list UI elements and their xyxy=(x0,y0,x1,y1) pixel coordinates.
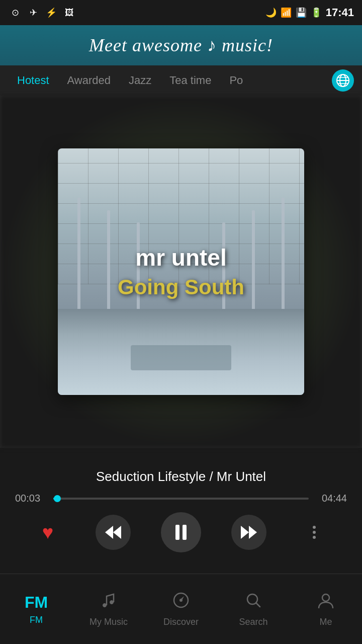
rewind-button[interactable] xyxy=(96,515,131,550)
svg-marker-5 xyxy=(105,526,113,539)
clock: 17:41 xyxy=(326,6,354,19)
app-header: Meet awesome ♪ music! xyxy=(0,25,362,65)
nav-item-mymusic[interactable]: My Music xyxy=(72,574,145,644)
pause-icon xyxy=(175,525,187,540)
fm-logo-icon: FM xyxy=(25,593,48,612)
svg-marker-7 xyxy=(241,526,249,539)
nav-label-mymusic: My Music xyxy=(89,617,128,627)
player-section: Seduction Lifestyle / Mr Untel 00:03 04:… xyxy=(0,448,362,574)
pause-bar-right xyxy=(183,525,187,540)
music-note-nav-icon xyxy=(100,591,118,614)
album-title: Going South xyxy=(118,275,244,299)
category-tabs: Hotest Awarded Jazz Tea time Po xyxy=(0,65,362,96)
tab-teatime[interactable]: Tea time xyxy=(160,70,220,91)
progress-dot xyxy=(54,495,61,502)
svg-marker-6 xyxy=(113,526,121,539)
nav-label-me: Me xyxy=(319,617,332,627)
battery-icon: 🔋 xyxy=(311,7,322,18)
status-left-icons: ⊙ ✈ ⚡ 🖼 xyxy=(8,6,76,20)
more-button[interactable] xyxy=(297,515,332,550)
music-note-icon: ♪ xyxy=(207,35,217,55)
album-artist: mr untel xyxy=(135,244,226,271)
album-art[interactable]: mr untel Going South xyxy=(58,148,304,395)
moon-icon: 🌙 xyxy=(265,7,277,18)
tab-po[interactable]: Po xyxy=(220,70,252,91)
nav-item-fm[interactable]: FM FM xyxy=(0,574,72,644)
svg-line-13 xyxy=(256,603,260,607)
progress-fill xyxy=(53,498,57,500)
total-time: 04:44 xyxy=(317,493,347,504)
album-art-inner: mr untel Going South xyxy=(58,148,304,395)
wifi-icon: 📶 xyxy=(281,7,292,18)
album-text-overlay: mr untel Going South xyxy=(58,148,304,395)
track-info: Seduction Lifestyle / Mr Untel xyxy=(96,469,266,485)
forward-button[interactable] xyxy=(231,515,266,550)
me-icon xyxy=(317,591,335,614)
nav-item-me[interactable]: Me xyxy=(290,574,362,644)
main-content: mr untel Going South xyxy=(0,96,362,448)
sim-icon: 💾 xyxy=(296,7,307,18)
status-right-icons: 🌙 📶 💾 🔋 17:41 xyxy=(265,6,354,19)
nav-label-search: Search xyxy=(239,617,267,627)
app-icon-2: ✈ xyxy=(26,6,40,20)
pause-bar-left xyxy=(175,525,179,540)
nav-label-fm: FM xyxy=(30,615,43,625)
globe-button[interactable] xyxy=(332,69,354,92)
tab-hotest[interactable]: Hotest xyxy=(8,70,58,91)
header-title: Meet awesome ♪ music! xyxy=(89,35,273,56)
progress-container[interactable]: 00:03 04:44 xyxy=(15,493,347,504)
pause-button[interactable] xyxy=(161,512,201,552)
nav-label-discover: Discover xyxy=(163,617,199,627)
bottom-nav: FM FM My Music Discover xyxy=(0,574,362,644)
progress-bar[interactable] xyxy=(53,498,309,500)
app-icon-1: ⊙ xyxy=(8,6,22,20)
svg-point-14 xyxy=(322,594,329,601)
search-nav-icon xyxy=(244,591,262,614)
current-time: 00:03 xyxy=(15,493,45,504)
header-title-suffix: music! xyxy=(222,35,273,55)
status-bar: ⊙ ✈ ⚡ 🖼 🌙 📶 💾 🔋 17:41 xyxy=(0,0,362,25)
playback-controls: ♥ xyxy=(15,512,347,552)
nav-item-discover[interactable]: Discover xyxy=(145,574,217,644)
like-button[interactable]: ♥ xyxy=(30,515,65,550)
nav-item-search[interactable]: Search xyxy=(217,574,290,644)
svg-marker-8 xyxy=(249,526,257,539)
header-title-text: Meet awesome xyxy=(89,35,202,55)
tab-jazz[interactable]: Jazz xyxy=(120,70,160,91)
app-icon-4: 🖼 xyxy=(62,6,76,20)
app-icon-3: ⚡ xyxy=(44,6,58,20)
discover-icon xyxy=(172,591,190,614)
tab-awarded[interactable]: Awarded xyxy=(58,70,120,91)
